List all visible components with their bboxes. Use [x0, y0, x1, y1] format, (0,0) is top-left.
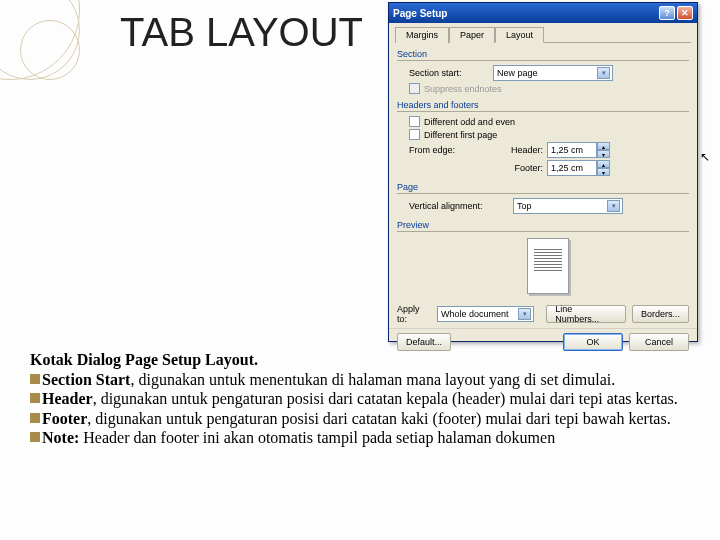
page-setup-dialog: Page Setup ? ✕ Margins Paper Layout Sect…	[388, 2, 698, 342]
slide-body-text: Kotak Dialog Page Setup Layout. Section …	[30, 350, 690, 448]
dialog-title: Page Setup	[393, 8, 447, 19]
odd-even-checkbox[interactable]	[409, 116, 420, 127]
section-start-combo[interactable]: New page ▾	[493, 65, 613, 81]
preview-area	[397, 236, 689, 298]
chevron-down-icon: ▾	[518, 308, 531, 320]
slide-title: TAB LAYOUT	[120, 10, 363, 55]
odd-even-label: Different odd and even	[424, 117, 515, 127]
spin-down-icon[interactable]: ▾	[597, 168, 610, 176]
close-icon[interactable]: ✕	[677, 6, 693, 20]
spin-up-icon[interactable]: ▴	[597, 160, 610, 168]
ok-button[interactable]: OK	[563, 333, 623, 351]
decorative-circles	[0, 0, 140, 140]
bullet-icon	[30, 374, 40, 384]
section-group-label: Section	[397, 49, 689, 59]
dialog-tabs: Margins Paper Layout	[389, 23, 697, 43]
cancel-button[interactable]: Cancel	[629, 333, 689, 351]
help-icon[interactable]: ?	[659, 6, 675, 20]
apply-to-label: Apply to:	[397, 304, 431, 324]
hf-group-label: Headers and footers	[397, 100, 689, 110]
chevron-down-icon: ▾	[607, 200, 620, 212]
header-value: 1,25 cm	[547, 142, 597, 158]
bullet-icon	[30, 413, 40, 423]
preview-page-icon	[527, 238, 569, 294]
body-heading: Kotak Dialog Page Setup Layout.	[30, 351, 258, 368]
default-button[interactable]: Default...	[397, 333, 451, 351]
footer-label: Footer:	[493, 163, 543, 173]
suppress-endnotes-label: Suppress endnotes	[424, 84, 502, 94]
footer-spinner[interactable]: 1,25 cm ▴▾	[547, 160, 610, 176]
footer-value: 1,25 cm	[547, 160, 597, 176]
borders-button[interactable]: Borders...	[632, 305, 689, 323]
tab-layout[interactable]: Layout	[495, 27, 544, 43]
from-edge-label: From edge:	[409, 145, 489, 155]
header-label: Header:	[493, 145, 543, 155]
suppress-endnotes-checkbox[interactable]	[409, 83, 420, 94]
header-spinner[interactable]: 1,25 cm ▴▾	[547, 142, 610, 158]
valign-combo[interactable]: Top ▾	[513, 198, 623, 214]
page-group-label: Page	[397, 182, 689, 192]
apply-to-value: Whole document	[441, 309, 509, 319]
chevron-down-icon: ▾	[597, 67, 610, 79]
line-numbers-button[interactable]: Line Numbers...	[546, 305, 626, 323]
cursor-icon: ↖	[700, 150, 710, 165]
valign-value: Top	[517, 201, 532, 211]
section-start-value: New page	[497, 68, 538, 78]
spin-down-icon[interactable]: ▾	[597, 150, 610, 158]
dialog-titlebar[interactable]: Page Setup ? ✕	[389, 3, 697, 23]
first-page-checkbox[interactable]	[409, 129, 420, 140]
section-start-label: Section start:	[409, 68, 489, 78]
tab-margins[interactable]: Margins	[395, 27, 449, 43]
tab-paper[interactable]: Paper	[449, 27, 495, 43]
first-page-label: Different first page	[424, 130, 497, 140]
apply-to-combo[interactable]: Whole document ▾	[437, 306, 534, 322]
valign-label: Vertical alignment:	[409, 201, 509, 211]
bullet-icon	[30, 432, 40, 442]
preview-group-label: Preview	[397, 220, 689, 230]
bullet-icon	[30, 393, 40, 403]
spin-up-icon[interactable]: ▴	[597, 142, 610, 150]
